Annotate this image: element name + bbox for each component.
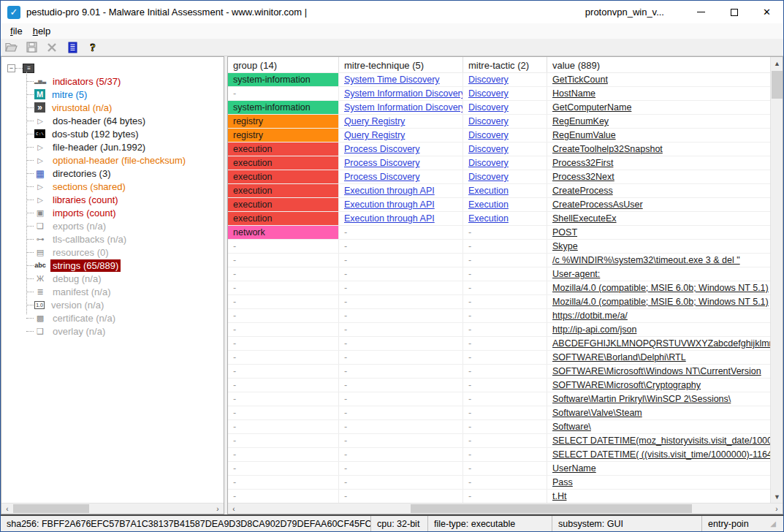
table-hscroll-thumb[interactable] [411,504,692,513]
tree-item-debug[interactable]: Жdebug (n/a) [1,272,224,285]
column-header-value[interactable]: value (889) [547,57,770,72]
table-row[interactable]: system-informationSystem Time DiscoveryD… [228,73,770,87]
table-row[interactable]: ---User-agent: [228,267,770,281]
cell-value[interactable]: Process32Next [547,170,770,183]
cell-value[interactable]: Software\Martin Prikryl\WinSCP 2\Session… [547,392,770,406]
table-row[interactable]: executionExecution through APIExecutionC… [228,184,770,198]
cell-mitre-technique[interactable]: Execution through API [339,198,463,211]
table-row[interactable]: registryQuery RegistryDiscoveryRegEnumVa… [228,129,770,142]
cell-mitre-technique[interactable]: Query Registry [339,129,463,142]
cell-value[interactable]: SELECT DATETIME( ((visits.visit_time/100… [547,448,770,461]
table-row[interactable]: ---SELECT DATETIME( ((visits.visit_time/… [228,448,770,462]
cell-mitre-tactic[interactable]: Discovery [463,156,547,170]
cell-mitre-technique[interactable]: Execution through API [339,184,463,197]
cell-mitre-tactic[interactable]: Execution [463,212,547,225]
table-row[interactable]: executionProcess DiscoveryDiscoveryCreat… [228,142,770,156]
cell-value[interactable]: t.Ht [547,490,770,503]
cell-mitre-tactic[interactable]: Discovery [463,142,547,156]
table-row[interactable]: -System Information DiscoveryDiscoveryHo… [228,87,770,101]
cell-mitre-technique[interactable]: Process Discovery [339,170,463,183]
table-row[interactable]: executionExecution through APIExecutionS… [228,212,770,226]
tree-item-strings[interactable]: abcstrings (65/889) [1,259,224,272]
table-horizontal-scrollbar[interactable]: ‹ › [228,503,783,514]
scroll-up-icon[interactable]: ▲ [771,57,783,69]
column-header-group[interactable]: group (14) [228,57,339,72]
table-row[interactable]: ---SOFTWARE\Microsoft\Windows NT\Current… [228,365,770,379]
cell-value[interactable]: UserName [547,462,770,475]
tree-hscroll-thumb[interactable] [13,504,89,513]
cell-value[interactable]: SOFTWARE\Microsoft\Windows NT\CurrentVer… [547,365,770,378]
cell-value[interactable]: CreateToolhelp32Snapshot [547,142,770,156]
scroll-right-icon[interactable]: › [771,503,783,514]
table-row[interactable]: executionExecution through APIExecutionC… [228,198,770,212]
table-row[interactable]: ---UserName [228,462,770,476]
menu-help[interactable]: help [28,24,56,38]
table-row[interactable]: ---Mozilla/4.0 (compatible; MSIE 6.0b; W… [228,295,770,309]
tree-root-node[interactable]: − ≡ [1,61,224,75]
tree-item-version[interactable]: 1.0version (n/a) [1,298,224,311]
cell-value[interactable]: HostName [547,87,770,100]
cell-mitre-technique[interactable]: Process Discovery [339,142,463,156]
cell-value[interactable]: CreateProcessAsUser [547,198,770,211]
cell-value[interactable]: GetComputerName [547,101,770,114]
cell-value[interactable]: Mozilla/4.0 (compatible; MSIE 6.0b; Wind… [547,281,770,294]
cell-value[interactable]: SOFTWARE\Microsoft\Cryptography [547,379,770,392]
table-row[interactable]: ---Mozilla/4.0 (compatible; MSIE 6.0b; W… [228,281,770,295]
cell-mitre-tactic[interactable]: Discovery [463,101,547,114]
scroll-right-icon[interactable]: › [212,503,224,514]
tree-item-optional-header[interactable]: ▷optional-header (file-checksum) [1,153,224,167]
table-row[interactable]: ---SOFTWARE\Microsoft\Cryptography [228,379,770,392]
collapse-expander-icon[interactable]: − [7,64,15,72]
scroll-left-icon[interactable]: ‹ [228,503,240,514]
menu-file[interactable]: file [5,24,28,38]
tree-item-dos-header[interactable]: ▷dos-header (64 bytes) [1,114,224,127]
tree-item-imports[interactable]: ▣imports (count) [1,206,224,219]
cell-mitre-technique[interactable]: Process Discovery [339,156,463,170]
close-file-button[interactable] [45,40,59,55]
table-row[interactable]: executionProcess DiscoveryDiscoveryProce… [228,156,770,170]
cell-value[interactable]: Pass [547,476,770,489]
tree-item-directories[interactable]: ▦directories (3) [1,167,224,180]
cell-mitre-tactic[interactable]: Execution [463,184,547,197]
tree-item-exports[interactable]: ❏exports (n/a) [1,219,224,232]
cell-mitre-tactic[interactable]: Discovery [463,115,547,128]
tree-item-resources[interactable]: ▤resources (0) [1,246,224,259]
cell-value[interactable]: SOFTWARE\Borland\Delphi\RTL [547,351,770,364]
tree-item-libraries[interactable]: ▷libraries (count) [1,193,224,206]
table-row[interactable]: ---http://ip-api.com/json [228,323,770,337]
cell-value[interactable]: ABCDEFGHIJKLMNOPQRSTUVWXYZabcdefghijklmn… [547,337,770,350]
tree-horizontal-scrollbar[interactable]: ‹ › [1,503,224,514]
resize-grip-icon[interactable]: ◢ [770,520,777,528]
tree-item-tls-callbacks[interactable]: ⊶tls-callbacks (n/a) [1,232,224,246]
cell-mitre-technique[interactable]: Execution through API [339,212,463,225]
table-row[interactable]: ---Software\Martin Prikryl\WinSCP 2\Sess… [228,392,770,406]
table-row[interactable]: network--POST [228,226,770,240]
cell-mitre-technique[interactable]: System Time Discovery [339,73,463,86]
minimize-button[interactable] [685,1,718,23]
save-button[interactable] [24,40,39,55]
table-row[interactable]: ---t.Ht [228,490,770,503]
scroll-down-icon[interactable]: ▼ [771,490,783,503]
cell-value[interactable]: CreateProcess [547,184,770,197]
cell-value[interactable]: http://ip-api.com/json [547,323,770,336]
maximize-button[interactable] [718,1,750,23]
cell-mitre-technique[interactable]: System Information Discovery [339,87,463,100]
cell-mitre-tactic[interactable]: Discovery [463,129,547,142]
column-header-mitre-tactic[interactable]: mitre-tactic (2) [463,57,547,72]
scroll-left-icon[interactable]: ‹ [1,503,13,514]
tree-item-sections[interactable]: ▷sections (shared) [1,180,224,193]
table-row[interactable]: system-informationSystem Information Dis… [228,101,770,115]
help-button[interactable]: ? [85,40,100,55]
tree-item-manifest[interactable]: ≣manifest (n/a) [1,285,224,298]
table-row[interactable]: ---https://dotbit.me/a/ [228,309,770,323]
report-button[interactable] [65,40,80,55]
cell-value[interactable]: ShellExecuteEx [547,212,770,225]
table-vertical-scrollbar[interactable]: ▲ ▼ [770,57,783,503]
table-vscroll-thumb[interactable] [772,71,783,99]
cell-value[interactable]: Skype [547,240,770,253]
cell-value[interactable]: RegEnumKey [547,115,770,128]
close-button[interactable]: ✕ [750,1,783,23]
table-row[interactable]: ---Skype [228,240,770,254]
cell-value[interactable]: Process32First [547,156,770,170]
cell-value[interactable]: GetTickCount [547,73,770,86]
